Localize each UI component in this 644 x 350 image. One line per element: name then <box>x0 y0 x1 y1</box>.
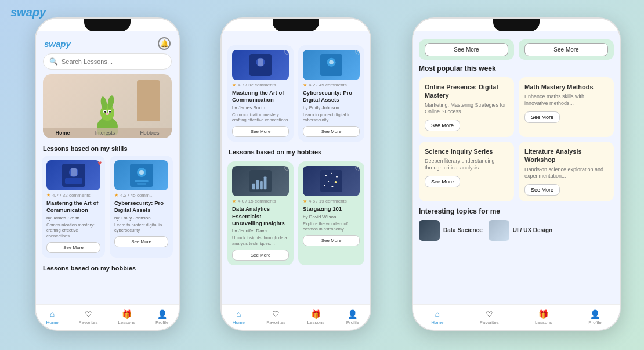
p2-card-author-2: by Emily Johnson <box>303 105 360 110</box>
p2-hobby-img-2 <box>303 166 360 196</box>
popular-section: Most popular this week Online Presence: … <box>413 62 620 205</box>
search-bar[interactable]: 🔍 <box>43 53 172 70</box>
popular-card-title-1: Online Presence: Digital Mastery <box>425 83 508 100</box>
nav-favorites-p3[interactable]: ♡ Favorites <box>480 309 499 325</box>
card-desc-1: Communication mastery: crafting effectiv… <box>46 222 100 239</box>
see-more-btn-1[interactable]: See More <box>46 242 100 253</box>
phone3-scroll: See More See More Most popular this week… <box>413 31 620 304</box>
card-desc-2: Learn to protect digital in cybersecurit… <box>114 222 168 234</box>
p2-card-title-1: Mastering the Art of Communication <box>232 89 289 104</box>
card-img-2 <box>114 160 168 190</box>
popular-see-more-2[interactable]: See More <box>524 111 560 123</box>
nav-favorites-p1[interactable]: ♡ Favorites <box>79 309 98 325</box>
bottom-nav-p2: ⌂ Home ♡ Favorites 🎁 Lessons 👤 Profile <box>222 304 370 330</box>
interesting-item-1[interactable]: Data Sacience <box>419 220 483 241</box>
nav-home-p1[interactable]: ⌂ Home <box>46 309 58 325</box>
nav-lessons-p3[interactable]: 🎁 Lessons <box>535 309 552 325</box>
card-title-2: Cybersecurity: Pro Digital Assets <box>114 200 168 214</box>
svg-point-38 <box>331 186 333 187</box>
skill-card-2: ★ 4.2 / 45 comm... Cybersecurity: Pro Di… <box>110 156 173 258</box>
rating-value-2: 4.2 / 45 comm... <box>120 193 153 198</box>
p2-skill-card-1: ♡ ★ 4.7 / 32 comments Mastering the Art … <box>227 45 294 142</box>
hero-image: Home Interests Hobbies <box>43 74 172 138</box>
nav-lessons-p1[interactable]: 🎁 Lessons <box>118 309 135 325</box>
star-icon: ★ <box>46 193 50 198</box>
svg-rect-14 <box>71 168 77 176</box>
p2-hobby-see-more-2[interactable]: See More <box>303 235 360 246</box>
heart-icon-p2-h2[interactable]: ♡ <box>354 165 361 173</box>
card-rating-1: ★ 4.7 / 32 comments <box>46 193 100 198</box>
nav-favorites-p2[interactable]: ♡ Favorites <box>266 309 285 325</box>
popular-see-more-3[interactable]: See More <box>425 176 460 187</box>
phone1-logo: swapy <box>44 39 71 49</box>
popular-card-desc-4: Hands-on science exploration and experim… <box>524 167 608 180</box>
profile-icon-p1: 👤 <box>157 309 167 319</box>
p2-see-more-2[interactable]: See More <box>303 126 360 137</box>
phone1-scroll: swapy 🔔 🔍 <box>36 31 179 304</box>
heart-icon-p2-1[interactable]: ♡ <box>284 49 290 57</box>
heart-icon-p2-2[interactable]: ♡ <box>354 49 361 57</box>
p2-hobby-author-1: by Jennifer Davis <box>232 228 289 233</box>
card-author-1: by James Smith <box>46 215 100 221</box>
nav-profile-p2[interactable]: 👤 Profile <box>346 309 360 325</box>
favorites-icon-p1: ♡ <box>85 309 92 319</box>
p2-hobby-rating-1: ★ 4.0 / 15 comments <box>232 199 289 204</box>
svg-point-33 <box>331 173 332 174</box>
popular-grid: Online Presence: Digital Mastery Marketi… <box>419 77 614 201</box>
hero-nav-home[interactable]: Home <box>56 130 70 136</box>
home-icon-p1: ⌂ <box>50 309 55 319</box>
nav-profile-label-p3: Profile <box>588 320 602 325</box>
p2-rating-1: ★ 4.7 / 32 comments <box>232 82 289 88</box>
p2-card-title-2: Cybersecurity: Pro Digital Assets <box>303 89 360 104</box>
popular-card-title-2: Math Mastery Methods <box>524 83 608 91</box>
interesting-item-2[interactable]: UI / UX Design <box>489 220 552 241</box>
popular-card-desc-3: Deepen literary understanding through cr… <box>425 158 508 171</box>
svg-rect-18 <box>135 180 149 182</box>
see-more-btn-2[interactable]: See More <box>114 236 168 247</box>
nav-lessons-label-p3: Lessons <box>535 320 552 325</box>
svg-point-37 <box>324 185 325 186</box>
nav-profile-p1[interactable]: 👤 Profile <box>155 309 169 325</box>
p2-hobby-title-2: Stargazing 101 <box>303 205 360 212</box>
popular-card-desc-2: Enhance maths skills with innovative met… <box>524 93 608 107</box>
nav-profile-label-p2: Profile <box>346 320 360 325</box>
svg-rect-28 <box>256 180 259 189</box>
heart-icon-1[interactable]: ♥ <box>97 159 102 167</box>
phone2-scroll: ♡ ★ 4.7 / 32 comments Mastering the Art … <box>222 31 370 279</box>
p2-hobby-img-1 <box>232 166 289 196</box>
nav-lessons-p2[interactable]: 🎁 Lessons <box>307 309 325 325</box>
interesting-section: Interesting topics for me Data Sacience … <box>413 205 620 244</box>
p3-top-row: See More See More <box>413 31 620 62</box>
svg-point-34 <box>336 176 338 178</box>
popular-see-more-4[interactable]: See More <box>524 184 560 196</box>
svg-rect-19 <box>137 183 146 185</box>
card-img-1 <box>46 160 100 190</box>
hero-nav-interests[interactable]: Interests <box>95 130 115 136</box>
p2-see-more-1[interactable]: See More <box>232 126 289 137</box>
lessons-icon-p1: 🎁 <box>122 309 132 319</box>
nav-home-p3[interactable]: ⌂ Home <box>431 309 443 325</box>
p2-hobby-desc-2: Explore the wonders of cosmos in astrono… <box>303 221 360 233</box>
search-icon: 🔍 <box>49 57 58 66</box>
p2-hobby-author-2: by David Wilson <box>303 214 360 219</box>
popular-card-title-4: Literature Analysis Workshop <box>524 147 608 164</box>
nav-profile-p3[interactable]: 👤 Profile <box>588 309 602 325</box>
nav-home-p2[interactable]: ⌂ Home <box>233 309 245 325</box>
bell-icon[interactable]: 🔔 <box>158 37 171 50</box>
popular-card-desc-1: Marketing: Mastering Strategies for Onli… <box>425 102 508 116</box>
p2-hobby-see-more-1[interactable]: See More <box>232 250 289 261</box>
hero-nav-hobbies[interactable]: Hobbies <box>140 130 159 136</box>
hero-nav: Home Interests Hobbies <box>43 128 172 138</box>
card-author-2: by Emily Johnson <box>114 215 168 221</box>
brand-logo: swapy <box>10 6 46 19</box>
skills-label-p2 <box>222 31 370 43</box>
heart-icon-p2-h1[interactable]: ♡ <box>284 165 290 173</box>
nav-lessons-label-p1: Lessons <box>118 320 135 325</box>
search-input[interactable] <box>61 58 165 65</box>
p2-hobby-desc-1: Unlock insights through data analysis te… <box>232 235 289 247</box>
popular-see-more-1[interactable]: See More <box>425 120 460 131</box>
p3-top-see-more-1[interactable]: See More <box>425 43 508 56</box>
phone1-header: swapy 🔔 <box>36 31 179 53</box>
p2-card-desc-2: Learn to protect digital in cybersecurit… <box>303 112 360 124</box>
p3-top-see-more-2[interactable]: See More <box>524 43 608 56</box>
